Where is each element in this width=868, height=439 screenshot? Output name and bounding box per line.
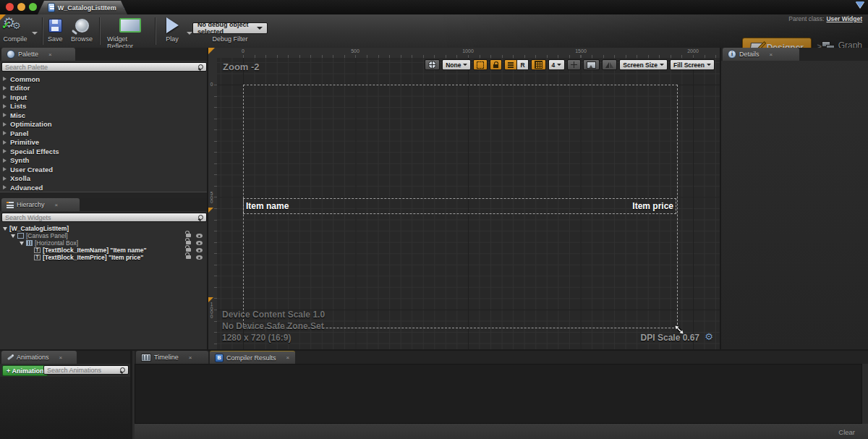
palette-category[interactable]: Primitive [0,138,207,148]
palette-panel: Palette × Common Editor Input Lists Misc… [0,48,208,198]
save-icon [48,19,62,33]
close-icon[interactable]: × [770,51,773,58]
transform-mode-button[interactable] [567,59,581,70]
expander-icon[interactable] [3,113,7,117]
expander-icon[interactable] [11,234,15,238]
tab-details[interactable]: i Details × [723,48,799,61]
close-icon[interactable]: × [189,354,192,361]
palette-category[interactable]: Lists [0,102,207,111]
hierarchy-search-input[interactable] [2,213,206,221]
panel-corner-wedge [208,48,215,54]
tree-item-horizontal-box[interactable]: [Horizontal Box] [0,239,207,247]
play-options-caret-icon[interactable] [187,32,192,35]
close-icon[interactable]: × [124,4,127,11]
horizontal-box-widget[interactable]: Item name Item price [243,198,676,214]
main-toolbar: ⚙ ⚙ ✓ Compile Save Browse Widget Reflect… [0,14,868,48]
palette-category[interactable]: Panel [0,129,207,138]
expander-icon[interactable] [3,176,7,181]
lock-icon[interactable] [186,241,191,244]
animations-search-input[interactable] [44,366,128,374]
expander-icon[interactable] [3,104,7,108]
textblock-itemprice-widget[interactable]: Item price [632,201,673,211]
tab-palette[interactable]: Palette × [1,48,75,61]
flag-dropdown[interactable]: None [442,59,471,70]
clear-button[interactable]: Clear [838,428,855,436]
visibility-icon[interactable] [196,241,203,245]
textblock-itemname-widget[interactable]: Item name [246,201,289,211]
close-icon[interactable]: × [48,51,52,58]
preview-background-button[interactable] [583,59,600,70]
window-corner-icon[interactable] [856,1,864,8]
snap-toggle-button[interactable] [504,59,517,70]
palette-category[interactable]: Synth [0,156,207,166]
fill-screen-dropdown[interactable]: Fill Screen [670,59,715,70]
parent-class-link[interactable]: User Widget [826,15,862,22]
lock-icon[interactable] [186,248,191,252]
lock-toggle-button[interactable] [490,59,502,70]
palette-category[interactable]: Advanced [0,183,207,192]
play-button[interactable]: Play [159,17,185,43]
details-panel: i Details × [720,48,868,349]
palette-category[interactable]: Editor [0,84,207,93]
localization-preview-button[interactable] [425,59,440,70]
expander-icon[interactable] [3,95,7,99]
browse-button[interactable]: Browse [71,17,93,43]
debug-object-dropdown[interactable]: No debug object selected [192,22,268,34]
tab-animations[interactable]: Animations × [1,351,77,364]
visibility-icon[interactable] [196,255,203,260]
expander-icon[interactable] [3,158,7,163]
palette-category[interactable]: User Created [0,165,207,174]
palette-category[interactable]: Xsolla [0,174,207,184]
palette-search-input[interactable] [2,63,206,71]
outline-toggle-button[interactable] [473,59,488,70]
save-button[interactable]: Save [48,17,63,43]
tree-item-root[interactable]: [W_CatalogListItem] [0,225,207,232]
widget-reflector-button[interactable]: Widget Reflector [107,17,153,50]
grid-toggle-button[interactable] [531,59,546,70]
palette-category[interactable]: Special Effects [0,147,207,156]
respect-locks-button[interactable]: R [517,59,528,70]
expander-icon[interactable] [20,242,24,245]
mirror-button[interactable] [602,59,617,70]
palette-category[interactable]: Misc [0,111,207,120]
designer-canvas[interactable]: Zoom -2 None R 4 Screen Size Fill Screen… [217,58,720,349]
close-icon[interactable]: × [286,354,290,361]
expander-icon[interactable] [3,122,7,127]
compile-button[interactable]: ⚙ ⚙ ✓ Compile [3,17,27,43]
grid-size-dropdown[interactable]: 4 [548,59,566,70]
expander-icon[interactable] [3,86,7,90]
toolbar-separator [99,17,100,45]
compiler-results-output[interactable] [135,364,862,424]
expander-icon[interactable] [3,77,7,81]
tab-timeline[interactable]: Timeline × [136,351,208,364]
palette-category[interactable]: Input [0,93,207,102]
compile-options-caret-icon[interactable] [32,32,38,35]
asset-tab[interactable]: W_CatalogListItem × [38,1,127,14]
lock-icon[interactable] [186,234,191,237]
expander-icon[interactable] [3,140,7,145]
expander-icon[interactable] [3,185,7,189]
screen-size-dropdown[interactable]: Screen Size [619,59,668,70]
tab-compiler-results[interactable]: B Compiler Results × [210,351,295,364]
palette-category[interactable]: Common [0,74,207,84]
add-animation-button[interactable]: + Animation [2,365,48,376]
maximize-window-button[interactable] [29,3,37,11]
palette-category[interactable]: Optimization [0,120,207,129]
expander-icon[interactable] [3,149,7,153]
expander-icon[interactable] [3,131,7,135]
visibility-icon[interactable] [196,234,203,238]
visibility-icon[interactable] [196,248,203,252]
tree-item-textblock-itemname[interactable]: T [TextBlock_ItemName] "Item name" [0,247,207,254]
tree-item-canvas-panel[interactable]: [Canvas Panel] [0,232,207,239]
hierarchy-search [1,213,207,222]
close-icon[interactable]: × [59,354,63,361]
tree-item-textblock-itemprice[interactable]: T [TextBlock_ItemPrice] "Item price" [0,254,207,261]
minimize-window-button[interactable] [17,3,25,11]
close-window-button[interactable] [6,3,14,11]
tab-hierarchy[interactable]: Hierarchy × [1,198,80,211]
expander-icon[interactable] [3,227,7,231]
lock-icon[interactable] [186,255,191,259]
close-icon[interactable]: × [55,202,59,208]
dpi-settings-gear-icon[interactable]: ⚙ [705,331,713,342]
expander-icon[interactable] [3,167,7,171]
